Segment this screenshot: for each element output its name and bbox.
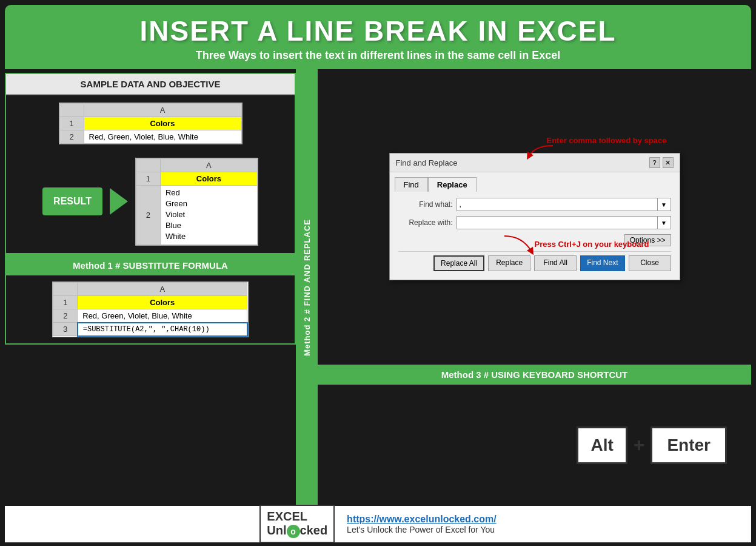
replace-with-input-wrapper: ▼ <box>457 216 671 229</box>
annotation1-text: Enter comma followed by space <box>547 136 667 145</box>
find-what-input-wrapper: ▼ <box>457 198 671 211</box>
row-1-num: 1 <box>59 116 84 130</box>
method3-header: Method 3 # USING KEYBOARD SHORTCUT <box>318 365 751 385</box>
right-column: Enter comma followed by space Find and R… <box>318 69 751 506</box>
find-next-btn[interactable]: Find Next <box>580 255 624 271</box>
dialog-container: Enter comma followed by space Find and R… <box>389 153 680 280</box>
result-label: RESULT <box>42 187 102 215</box>
find-what-input[interactable] <box>457 198 658 211</box>
logo-circle: o <box>287 525 300 538</box>
result-arrow <box>110 188 128 215</box>
find-what-label: Find what: <box>398 200 453 209</box>
dialog-help-btn[interactable]: ? <box>649 157 660 168</box>
footer-text: https://www.excelunlocked.com/ Let's Unl… <box>347 514 497 534</box>
m1-row-num-header <box>53 282 78 295</box>
result-row-num-header <box>136 158 160 172</box>
result-row-1-colors: Colors <box>160 172 257 185</box>
row-1-colors: Colors <box>84 116 241 130</box>
excel-table-1: A 1 Colors 2 Red, Green, Violet, Blue, W… <box>59 103 242 144</box>
result-section: RESULT A 1 Colors <box>42 158 258 246</box>
tab-replace[interactable]: Replace <box>428 177 477 192</box>
annotation2: Press Ctrl+J on your keyboard <box>498 235 541 256</box>
main-subtitle: Three Ways to insert the text in differe… <box>17 49 739 62</box>
method1-content: A 1 Colors 2 Red, Green, Violet, Blue, W… <box>6 275 295 343</box>
main-layout: SAMPLE DATA AND OBJECTIVE A 1 Colors <box>5 69 751 506</box>
method2-divider: Method 2 # FIND AND REPLACE <box>296 69 318 506</box>
row-num-header <box>59 103 84 116</box>
dialog-close-action-btn[interactable]: Close <box>629 255 671 271</box>
result-row-2-data: RedGreenVioletBlueWhite <box>160 185 257 244</box>
dialog-title: Find and Replace <box>396 158 458 167</box>
method2-content: Enter comma followed by space Find and R… <box>318 69 751 365</box>
enter-key: Enter <box>651 426 727 464</box>
method1-section: Method 1 # SUBSTITUTE FORMULA A 1 Colors <box>5 254 296 345</box>
dialog-tabs: Find Replace <box>390 172 680 192</box>
method3-section: Method 3 # USING KEYBOARD SHORTCUT Alt +… <box>318 365 751 506</box>
footer-tagline: Let's Unlock the Power of Excel for You <box>347 525 497 534</box>
find-replace-dialog[interactable]: Find and Replace ? ✕ Find Replace Find w… <box>389 153 680 280</box>
row-2-data: Red, Green, Violet, Blue, White <box>84 130 241 143</box>
find-all-btn[interactable]: Find All <box>534 255 577 271</box>
dialog-close-btn[interactable]: ✕ <box>663 157 674 168</box>
annotation1-arrow <box>523 144 559 163</box>
keyboard-shortcut: Alt + Enter <box>577 426 727 464</box>
m1-row-2-data: Red, Green, Violet, Blue, White <box>78 309 247 323</box>
m1-col-a-header: A <box>78 282 247 295</box>
main-title: INSERT A LINE BREAK IN EXCEL <box>17 16 739 47</box>
method1-table: A 1 Colors 2 Red, Green, Violet, Blue, W… <box>52 281 249 337</box>
header-section: INSERT A LINE BREAK IN EXCEL Three Ways … <box>5 5 751 69</box>
logo-excel: EXCEL <box>267 510 307 523</box>
col-a-header: A <box>84 103 241 116</box>
annotation2-text: Press Ctrl+J on your keyboard <box>535 240 649 249</box>
m1-row-2-num: 2 <box>53 309 78 323</box>
sample-table-1: A 1 Colors 2 Red, Green, Violet, Blue, W… <box>59 103 243 144</box>
m1-row-3-formula: =SUBSTITUTE(A2,", ",CHAR(10)) <box>78 323 247 336</box>
replace-with-label: Replace with: <box>398 218 453 227</box>
logo-cked: cked <box>300 524 328 537</box>
method2-label: Method 2 # FIND AND REPLACE <box>303 219 312 356</box>
annotation1: Enter comma followed by space <box>547 135 667 146</box>
row-2-num: 2 <box>59 130 84 143</box>
alt-key: Alt <box>577 426 627 464</box>
left-column: SAMPLE DATA AND OBJECTIVE A 1 Colors <box>5 69 296 506</box>
method1-header: Method 1 # SUBSTITUTE FORMULA <box>6 255 295 275</box>
sample-data-header: SAMPLE DATA AND OBJECTIVE <box>6 74 295 95</box>
tab-find[interactable]: Find <box>395 177 428 192</box>
plus-sign: + <box>634 434 645 456</box>
logo: EXCEL Unlocked <box>259 505 335 543</box>
m1-row-3-num: 3 <box>53 323 78 336</box>
method3-content: Alt + Enter <box>318 385 751 506</box>
excel-result-table: A 1 Colors 2 RedGreenVioletBlueWhite <box>136 158 258 245</box>
result-row-2-num: 2 <box>136 185 160 244</box>
replace-btn[interactable]: Replace <box>488 255 530 271</box>
replace-with-dropdown[interactable]: ▼ <box>658 216 671 229</box>
m1-row-1-colors: Colors <box>78 295 247 309</box>
sample-data-section: SAMPLE DATA AND OBJECTIVE A 1 Colors <box>5 73 296 254</box>
dialog-controls: ? ✕ <box>649 157 674 168</box>
result-table: A 1 Colors 2 RedGreenVioletBlueWhite <box>135 158 258 246</box>
replace-with-input[interactable] <box>457 216 658 229</box>
sample-data-content: A 1 Colors 2 Red, Green, Violet, Blue, W… <box>6 95 295 253</box>
result-col-a-header: A <box>160 158 257 172</box>
m1-row-1-num: 1 <box>53 295 78 309</box>
replace-with-row: Replace with: ▼ <box>398 216 671 229</box>
find-what-dropdown[interactable]: ▼ <box>658 198 671 211</box>
result-row-1-num: 1 <box>136 172 160 185</box>
replace-all-btn[interactable]: Replace All <box>433 255 484 271</box>
find-what-row: Find what: ▼ <box>398 198 671 211</box>
logo-unl: Unl <box>267 524 286 537</box>
footer-link[interactable]: https://www.excelunlocked.com/ <box>347 514 497 525</box>
footer: EXCEL Unlocked https://www.excelunlocked… <box>5 506 751 542</box>
method1-excel-table: A 1 Colors 2 Red, Green, Violet, Blue, W… <box>53 282 248 337</box>
